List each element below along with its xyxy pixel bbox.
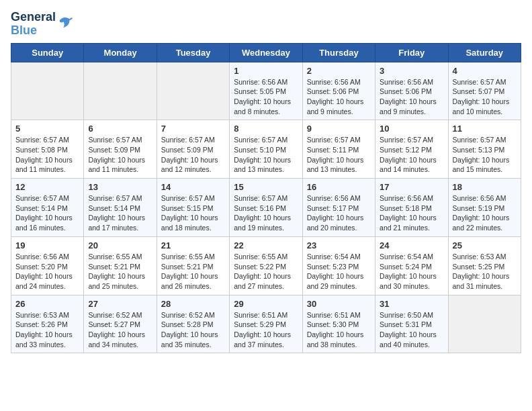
calendar-week-4: 19Sunrise: 6:56 AM Sunset: 5:20 PM Dayli… [11,236,521,295]
day-info: Sunrise: 6:57 AM Sunset: 5:11 PM Dayligh… [307,135,371,175]
weekday-header-wednesday: Wednesday [230,43,302,62]
day-number: 15 [234,182,298,192]
day-number: 9 [307,124,371,134]
day-number: 29 [234,299,298,309]
weekday-header-tuesday: Tuesday [157,43,229,62]
calendar-cell: 3Sunrise: 6:56 AM Sunset: 5:06 PM Daylig… [375,62,448,120]
day-number: 10 [380,124,443,134]
day-info: Sunrise: 6:53 AM Sunset: 5:25 PM Dayligh… [453,252,517,291]
calendar-cell: 22Sunrise: 6:55 AM Sunset: 5:22 PM Dayli… [230,236,302,295]
calendar-cell: 14Sunrise: 6:57 AM Sunset: 5:15 PM Dayli… [157,179,229,237]
weekday-header-friday: Friday [375,43,448,62]
day-info: Sunrise: 6:54 AM Sunset: 5:24 PM Dayligh… [380,252,443,291]
day-info: Sunrise: 6:52 AM Sunset: 5:28 PM Dayligh… [161,310,225,350]
day-info: Sunrise: 6:57 AM Sunset: 5:12 PM Dayligh… [380,135,443,175]
day-info: Sunrise: 6:56 AM Sunset: 5:19 PM Dayligh… [453,193,517,233]
calendar-cell: 30Sunrise: 6:51 AM Sunset: 5:30 PM Dayli… [302,295,375,353]
day-info: Sunrise: 6:51 AM Sunset: 5:29 PM Dayligh… [234,310,298,350]
day-info: Sunrise: 6:57 AM Sunset: 5:13 PM Dayligh… [453,135,517,175]
calendar-table: SundayMondayTuesdayWednesdayThursdayFrid… [11,43,521,354]
day-number: 24 [380,240,443,250]
day-number: 12 [15,182,79,192]
weekday-header-row: SundayMondayTuesdayWednesdayThursdayFrid… [11,43,521,62]
day-number: 28 [161,299,225,309]
calendar-cell: 4Sunrise: 6:57 AM Sunset: 5:07 PM Daylig… [448,62,521,120]
day-info: Sunrise: 6:55 AM Sunset: 5:22 PM Dayligh… [234,252,298,291]
day-number: 14 [161,182,225,192]
day-number: 8 [234,124,298,134]
calendar-week-3: 12Sunrise: 6:57 AM Sunset: 5:14 PM Dayli… [11,179,521,237]
weekday-header-monday: Monday [84,43,157,62]
calendar-cell [11,62,84,120]
calendar-cell [84,62,157,120]
calendar-cell: 1Sunrise: 6:56 AM Sunset: 5:05 PM Daylig… [230,62,302,120]
day-number: 22 [234,240,298,250]
calendar-week-2: 5Sunrise: 6:57 AM Sunset: 5:08 PM Daylig… [11,120,521,179]
calendar-cell: 31Sunrise: 6:50 AM Sunset: 5:31 PM Dayli… [375,295,448,353]
calendar-cell: 19Sunrise: 6:56 AM Sunset: 5:20 PM Dayli… [11,236,84,295]
day-number: 7 [161,124,225,134]
day-info: Sunrise: 6:57 AM Sunset: 5:08 PM Dayligh… [15,135,79,175]
logo: General Blue [11,11,73,38]
day-number: 16 [307,182,371,192]
calendar-cell: 12Sunrise: 6:57 AM Sunset: 5:14 PM Dayli… [11,179,84,237]
calendar-cell: 28Sunrise: 6:52 AM Sunset: 5:28 PM Dayli… [157,295,229,353]
day-number: 11 [453,124,517,134]
calendar-cell: 29Sunrise: 6:51 AM Sunset: 5:29 PM Dayli… [230,295,302,353]
day-number: 27 [88,299,152,309]
logo-general: General [11,11,56,24]
calendar-cell: 26Sunrise: 6:53 AM Sunset: 5:26 PM Dayli… [11,295,84,353]
day-info: Sunrise: 6:56 AM Sunset: 5:20 PM Dayligh… [15,252,79,291]
day-number: 19 [15,240,79,250]
calendar-cell: 25Sunrise: 6:53 AM Sunset: 5:25 PM Dayli… [448,236,521,295]
calendar-cell: 2Sunrise: 6:56 AM Sunset: 5:06 PM Daylig… [302,62,375,120]
day-number: 20 [88,240,152,250]
calendar-cell: 6Sunrise: 6:57 AM Sunset: 5:09 PM Daylig… [84,120,157,179]
day-number: 31 [380,299,443,309]
calendar-cell: 8Sunrise: 6:57 AM Sunset: 5:10 PM Daylig… [230,120,302,179]
weekday-header-sunday: Sunday [11,43,84,62]
day-info: Sunrise: 6:55 AM Sunset: 5:21 PM Dayligh… [161,252,225,291]
calendar-cell: 16Sunrise: 6:56 AM Sunset: 5:17 PM Dayli… [302,179,375,237]
day-number: 1 [234,66,298,76]
logo-bird-icon [58,15,73,33]
day-number: 6 [88,124,152,134]
day-info: Sunrise: 6:57 AM Sunset: 5:14 PM Dayligh… [88,193,152,233]
day-number: 17 [380,182,443,192]
day-number: 13 [88,182,152,192]
day-info: Sunrise: 6:56 AM Sunset: 5:06 PM Dayligh… [307,77,371,117]
weekday-header-saturday: Saturday [448,43,521,62]
calendar-cell [448,295,521,353]
day-number: 21 [161,240,225,250]
day-number: 30 [307,299,371,309]
day-info: Sunrise: 6:56 AM Sunset: 5:06 PM Dayligh… [380,77,443,117]
day-info: Sunrise: 6:54 AM Sunset: 5:23 PM Dayligh… [307,252,371,291]
calendar-cell: 23Sunrise: 6:54 AM Sunset: 5:23 PM Dayli… [302,236,375,295]
day-info: Sunrise: 6:51 AM Sunset: 5:30 PM Dayligh… [307,310,371,350]
weekday-header-thursday: Thursday [302,43,375,62]
day-info: Sunrise: 6:57 AM Sunset: 5:10 PM Dayligh… [234,135,298,175]
calendar-cell: 5Sunrise: 6:57 AM Sunset: 5:08 PM Daylig… [11,120,84,179]
day-number: 3 [380,66,443,76]
calendar-cell: 17Sunrise: 6:56 AM Sunset: 5:18 PM Dayli… [375,179,448,237]
calendar-cell: 9Sunrise: 6:57 AM Sunset: 5:11 PM Daylig… [302,120,375,179]
day-info: Sunrise: 6:52 AM Sunset: 5:27 PM Dayligh… [88,310,152,350]
logo-blue: Blue [11,24,56,38]
calendar-cell: 7Sunrise: 6:57 AM Sunset: 5:09 PM Daylig… [157,120,229,179]
day-info: Sunrise: 6:56 AM Sunset: 5:05 PM Dayligh… [234,77,298,117]
page-header: General Blue [11,11,521,38]
day-info: Sunrise: 6:57 AM Sunset: 5:15 PM Dayligh… [161,193,225,233]
calendar-cell: 15Sunrise: 6:57 AM Sunset: 5:16 PM Dayli… [230,179,302,237]
day-info: Sunrise: 6:57 AM Sunset: 5:07 PM Dayligh… [453,77,517,117]
calendar-cell: 13Sunrise: 6:57 AM Sunset: 5:14 PM Dayli… [84,179,157,237]
day-number: 4 [453,66,517,76]
day-info: Sunrise: 6:57 AM Sunset: 5:14 PM Dayligh… [15,193,79,233]
day-info: Sunrise: 6:57 AM Sunset: 5:16 PM Dayligh… [234,193,298,233]
calendar-cell: 18Sunrise: 6:56 AM Sunset: 5:19 PM Dayli… [448,179,521,237]
day-info: Sunrise: 6:57 AM Sunset: 5:09 PM Dayligh… [161,135,225,175]
calendar-week-1: 1Sunrise: 6:56 AM Sunset: 5:05 PM Daylig… [11,62,521,120]
day-info: Sunrise: 6:53 AM Sunset: 5:26 PM Dayligh… [15,310,79,350]
calendar-cell: 10Sunrise: 6:57 AM Sunset: 5:12 PM Dayli… [375,120,448,179]
calendar-cell: 11Sunrise: 6:57 AM Sunset: 5:13 PM Dayli… [448,120,521,179]
calendar-cell: 24Sunrise: 6:54 AM Sunset: 5:24 PM Dayli… [375,236,448,295]
